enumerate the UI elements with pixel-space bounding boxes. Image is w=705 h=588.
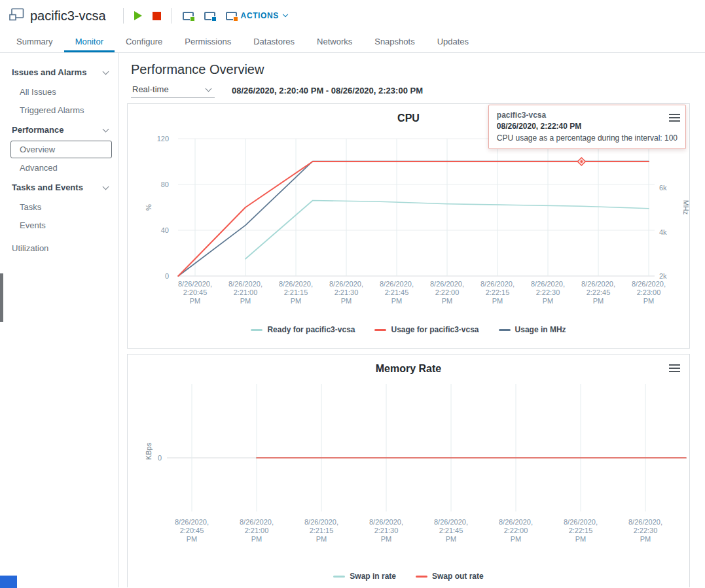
svg-text:120: 120	[157, 135, 169, 143]
tooltip-time: 08/26/2020, 2:22:40 PM	[497, 122, 678, 131]
svg-text:8/26/2020,: 8/26/2020,	[240, 518, 274, 526]
cpu-chart-card: CPU pacific3-vcsa 08/26/2020, 2:22:40 PM…	[127, 103, 690, 349]
tab-bar: SummaryMonitorConfigurePermissionsDatast…	[0, 31, 705, 53]
svg-text:8/26/2020,: 8/26/2020,	[175, 518, 209, 526]
tab-updates[interactable]: Updates	[426, 31, 480, 52]
legend-label: Usage in MHz	[515, 325, 566, 334]
sidebar-item-triggered-alarms[interactable]: Triggered Alarms	[0, 101, 118, 119]
header-toolbar	[123, 8, 237, 24]
svg-text:6k: 6k	[659, 184, 667, 192]
sidebar-item-utilization[interactable]: Utilization	[0, 239, 118, 257]
cpu-chart-legend: Ready for pacific3-vcsaUsage for pacific…	[128, 325, 689, 334]
svg-text:2:21:45: 2:21:45	[439, 527, 463, 534]
time-range-select[interactable]: Real-time	[131, 82, 215, 98]
svg-text:MHz: MHz	[682, 200, 689, 215]
corner-blue-badge	[0, 576, 17, 588]
svg-text:8/26/2020,: 8/26/2020,	[632, 280, 666, 288]
svg-text:PM: PM	[511, 535, 522, 543]
legend-item-ready-for-pacific3-vcsa: Ready for pacific3-vcsa	[251, 325, 355, 334]
svg-text:PM: PM	[446, 535, 457, 543]
chart-menu-icon[interactable]	[669, 114, 680, 124]
tab-monitor[interactable]: Monitor	[64, 31, 115, 52]
vm-icon	[9, 8, 24, 24]
actions-menu-button[interactable]: ACTIONS	[241, 11, 287, 20]
sidebar-item-overview[interactable]: Overview	[10, 141, 112, 158]
svg-text:8/26/2020,: 8/26/2020,	[369, 518, 403, 526]
power-off-icon[interactable]	[153, 12, 161, 20]
chart-menu-icon[interactable]	[669, 364, 680, 374]
svg-text:2:22:15: 2:22:15	[486, 288, 510, 296]
sidebar-section-issues-and-alarms[interactable]: Issues and Alarms	[0, 62, 118, 82]
svg-text:2:21:30: 2:21:30	[334, 288, 359, 296]
launch-console-icon[interactable]	[183, 12, 194, 20]
tab-snapshots[interactable]: Snapshots	[363, 31, 425, 52]
memory-chart-title: Memory Rate	[128, 355, 689, 375]
memory-chart-legend: Swap in rateSwap out rate	[128, 572, 689, 581]
toolbar-divider	[123, 8, 124, 24]
legend-swatch	[499, 329, 511, 331]
tab-networks[interactable]: Networks	[306, 31, 363, 52]
cpu-chart-plot[interactable]: 040801202k4k6k8/26/2020,2:20:45PM8/26/20…	[128, 128, 689, 324]
svg-text:PM: PM	[341, 297, 352, 305]
svg-text:2:21:00: 2:21:00	[234, 288, 258, 296]
svg-text:2:21:00: 2:21:00	[245, 527, 269, 534]
chevron-down-icon	[283, 12, 288, 17]
legend-swatch	[333, 576, 345, 578]
svg-text:PM: PM	[575, 535, 587, 543]
svg-text:80: 80	[161, 181, 169, 188]
sidebar-item-all-issues[interactable]: All Issues	[0, 83, 118, 101]
svg-text:8/26/2020,: 8/26/2020,	[178, 280, 212, 288]
svg-text:2:21:15: 2:21:15	[284, 288, 308, 296]
svg-text:PM: PM	[291, 297, 302, 305]
svg-text:2:20:45: 2:20:45	[180, 527, 204, 534]
svg-text:8/26/2020,: 8/26/2020,	[380, 280, 414, 288]
tab-configure[interactable]: Configure	[115, 31, 173, 52]
sidebar-item-events[interactable]: Events	[0, 216, 118, 234]
svg-text:PM: PM	[251, 535, 262, 543]
svg-text:2:22:15: 2:22:15	[569, 527, 593, 534]
svg-text:PM: PM	[593, 297, 604, 305]
tab-summary[interactable]: Summary	[5, 31, 64, 52]
power-on-icon[interactable]	[134, 11, 142, 20]
svg-text:8/26/2020,: 8/26/2020,	[499, 518, 533, 526]
sidebar-section-tasks-and-events[interactable]: Tasks and Events	[0, 177, 118, 198]
page-title: Performance Overview	[131, 62, 705, 77]
svg-text:PM: PM	[316, 535, 327, 543]
svg-text:0: 0	[165, 272, 169, 280]
sidebar-section-label: Tasks and Events	[12, 182, 83, 192]
app-header: pacific3-vcsa ACTIONS	[0, 0, 705, 31]
tooltip-title: pacific3-vcsa	[497, 111, 678, 120]
chart-tooltip: pacific3-vcsa 08/26/2020, 2:22:40 PM CPU…	[488, 105, 686, 149]
svg-text:KBps: KBps	[145, 442, 153, 460]
legend-swatch	[251, 329, 262, 331]
svg-text:PM: PM	[543, 297, 554, 305]
svg-text:2:21:45: 2:21:45	[385, 288, 409, 296]
tab-permissions[interactable]: Permissions	[173, 31, 242, 52]
svg-text:8/26/2020,: 8/26/2020,	[581, 280, 615, 288]
svg-text:PM: PM	[643, 297, 655, 305]
sidebar-section-performance[interactable]: Performance	[0, 120, 118, 140]
svg-text:0: 0	[158, 454, 162, 462]
memory-chart-plot[interactable]: 08/26/2020,2:20:45PM8/26/2020,2:21:00PM8…	[128, 378, 689, 568]
vm-title: pacific3-vcsa	[30, 9, 106, 24]
time-range-select-value: Real-time	[132, 84, 169, 94]
svg-text:PM: PM	[190, 297, 201, 305]
sidebar-item-tasks[interactable]: Tasks	[0, 198, 118, 216]
actions-label: ACTIONS	[241, 11, 279, 20]
sidebar-item-advanced[interactable]: Advanced	[0, 159, 118, 177]
svg-text:8/26/2020,: 8/26/2020,	[228, 280, 262, 288]
time-range-controls: Real-time 08/26/2020, 2:20:40 PM - 08/26…	[131, 82, 705, 98]
migrate-icon[interactable]	[204, 12, 215, 20]
legend-item-usage-for-pacific3-vcsa: Usage for pacific3-vcsa	[374, 325, 479, 334]
svg-text:PM: PM	[381, 535, 392, 543]
svg-text:2:22:00: 2:22:00	[435, 288, 460, 296]
pane-resize-handle[interactable]	[0, 273, 3, 322]
tab-datastores[interactable]: Datastores	[242, 31, 306, 52]
svg-text:PM: PM	[492, 297, 503, 305]
snapshot-icon[interactable]	[226, 12, 237, 20]
sidebar-section-label: Performance	[12, 125, 63, 135]
svg-text:2:20:45: 2:20:45	[183, 288, 208, 296]
content: Issues and AlarmsAll IssuesTriggered Ala…	[0, 53, 705, 587]
svg-text:8/26/2020,: 8/26/2020,	[304, 518, 338, 526]
svg-text:8/26/2020,: 8/26/2020,	[564, 518, 598, 526]
